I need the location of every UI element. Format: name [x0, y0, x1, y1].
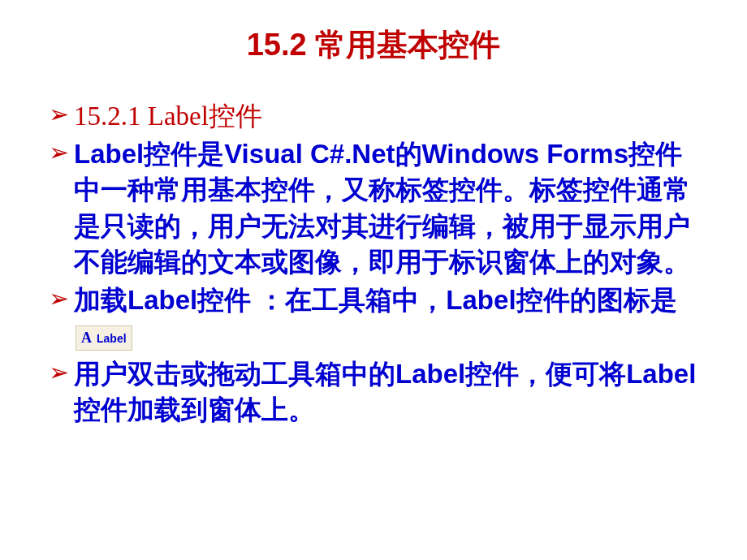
bullet-marker-icon: ➢ [49, 356, 69, 390]
bullet-text: Label控件是Visual C#.Net的Windows Forms控件中一种… [74, 136, 698, 281]
slide-container: 15.2 常用基本控件 ➢ 15.2.1 Label控件 ➢ Label控件是V… [0, 0, 747, 454]
label-icon-glyph: A [81, 330, 92, 346]
bullet-text: 用户双击或拖动工具箱中的Label控件，便可将Label控件加载到窗体上。 [74, 356, 698, 429]
bullet-text-before: 加载Label控件 ：在工具箱中，Label控件的图标是 [74, 285, 677, 315]
bullet-marker-icon: ➢ [49, 98, 69, 131]
bullet-marker-icon: ➢ [49, 136, 69, 170]
label-toolbox-icon: ALabel [76, 325, 132, 350]
list-item: ➢ 用户双击或拖动工具箱中的Label控件，便可将Label控件加载到窗体上。 [49, 356, 698, 429]
slide-title: 15.2 常用基本控件 [49, 24, 698, 66]
bullet-list: ➢ 15.2.1 Label控件 ➢ Label控件是Visual C#.Net… [49, 98, 698, 429]
list-item: ➢ 15.2.1 Label控件 [49, 98, 698, 135]
bullet-marker-icon: ➢ [49, 282, 69, 316]
label-icon-text: Label [97, 332, 127, 345]
list-item: ➢ 加载Label控件 ：在工具箱中，Label控件的图标是 ALabel [49, 282, 698, 355]
bullet-text: 15.2.1 Label控件 [74, 98, 262, 135]
list-item: ➢ Label控件是Visual C#.Net的Windows Forms控件中… [49, 136, 698, 281]
bullet-text: 加载Label控件 ：在工具箱中，Label控件的图标是 ALabel [74, 282, 698, 355]
